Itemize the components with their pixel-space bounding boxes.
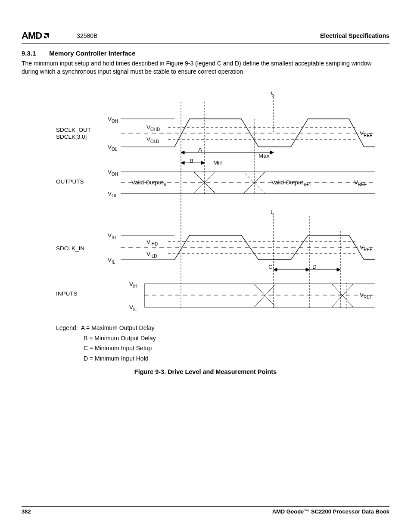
svg-text:VREF: VREF bbox=[360, 292, 372, 299]
page-number: 382 bbox=[22, 508, 31, 515]
page-header: AMD 32580B Electrical Specifications bbox=[22, 30, 389, 44]
svg-text:VIL: VIL bbox=[108, 257, 115, 264]
figure-legend: Legend: A = Maximum Output Delay B = Min… bbox=[56, 323, 389, 364]
logo-text: AMD bbox=[22, 30, 42, 41]
header-section: Electrical Specifications bbox=[320, 32, 389, 39]
svg-text:VIH: VIH bbox=[129, 281, 137, 289]
svg-marker-22 bbox=[201, 161, 205, 165]
svg-text:Min: Min bbox=[213, 159, 223, 166]
svg-text:INPUTS: INPUTS bbox=[56, 290, 78, 297]
doc-number: 32580B bbox=[77, 32, 97, 39]
svg-marker-54 bbox=[306, 268, 309, 271]
svg-text:VREF: VREF bbox=[354, 179, 367, 187]
svg-text:Valid Outputn+1: Valid Outputn+1 bbox=[271, 179, 311, 187]
svg-text:SDCLK_IN: SDCLK_IN bbox=[56, 245, 84, 252]
svg-text:SDCLK[3:0]: SDCLK[3:0] bbox=[56, 134, 87, 140]
body-paragraph: The minimum input setup and hold times d… bbox=[22, 59, 389, 76]
section-heading: 9.3.1 Memory Controller Interface bbox=[22, 50, 389, 57]
svg-marker-53 bbox=[274, 268, 277, 271]
svg-text:OUTPUTS: OUTPUTS bbox=[56, 178, 84, 185]
amd-arrow-icon bbox=[42, 31, 51, 40]
book-title: AMD Geode™ SC2200 Processor Data Book bbox=[272, 508, 389, 515]
svg-text:tx: tx bbox=[271, 208, 274, 216]
svg-text:C: C bbox=[268, 264, 273, 270]
section-number: 9.3.1 bbox=[22, 50, 47, 57]
svg-marker-19 bbox=[270, 151, 274, 154]
legend-b: B = Minimum Output Delay bbox=[84, 333, 389, 344]
svg-text:VOL: VOL bbox=[108, 144, 118, 152]
svg-text:VOHD: VOHD bbox=[146, 124, 160, 132]
svg-text:A: A bbox=[198, 146, 202, 153]
svg-text:VIL: VIL bbox=[129, 304, 137, 312]
svg-text:VOH: VOH bbox=[108, 169, 118, 177]
svg-text:Valid Outputn: Valid Outputn bbox=[131, 179, 166, 187]
svg-text:VOLD: VOLD bbox=[146, 136, 159, 144]
svg-marker-18 bbox=[181, 151, 184, 154]
svg-text:tx: tx bbox=[271, 90, 274, 98]
section-title: Memory Controller Interface bbox=[49, 50, 135, 57]
legend-c: C = Minimum Input Setup bbox=[84, 343, 389, 354]
svg-text:B: B bbox=[190, 158, 193, 164]
svg-text:VOH: VOH bbox=[108, 116, 118, 124]
legend-a: A = Maximum Output Delay bbox=[81, 324, 155, 331]
page-footer: 382 AMD Geode™ SC2200 Processor Data Boo… bbox=[22, 506, 389, 515]
svg-marker-56 bbox=[337, 268, 340, 271]
legend-lead: Legend: bbox=[56, 324, 78, 331]
svg-marker-21 bbox=[181, 161, 184, 165]
svg-text:VREF: VREF bbox=[360, 244, 372, 252]
svg-text:VIHD: VIHD bbox=[146, 239, 158, 246]
svg-text:VIH: VIH bbox=[108, 232, 116, 240]
svg-text:VOL: VOL bbox=[108, 190, 118, 198]
svg-text:Max: Max bbox=[258, 152, 270, 159]
timing-diagram: tx SDCLK_OUT SDCLK[3:0] VOH VOL VOHD VOL… bbox=[56, 89, 383, 319]
amd-logo: AMD bbox=[22, 30, 51, 41]
svg-text:SDCLK_OUT: SDCLK_OUT bbox=[56, 127, 91, 133]
svg-text:VILD: VILD bbox=[146, 251, 157, 258]
legend-d: D = Minimum Input Hold bbox=[84, 354, 389, 364]
svg-text:VREF: VREF bbox=[360, 130, 372, 138]
figure-caption: Figure 9-3. Drive Level and Measurement … bbox=[22, 368, 389, 375]
svg-text:D: D bbox=[312, 264, 317, 270]
